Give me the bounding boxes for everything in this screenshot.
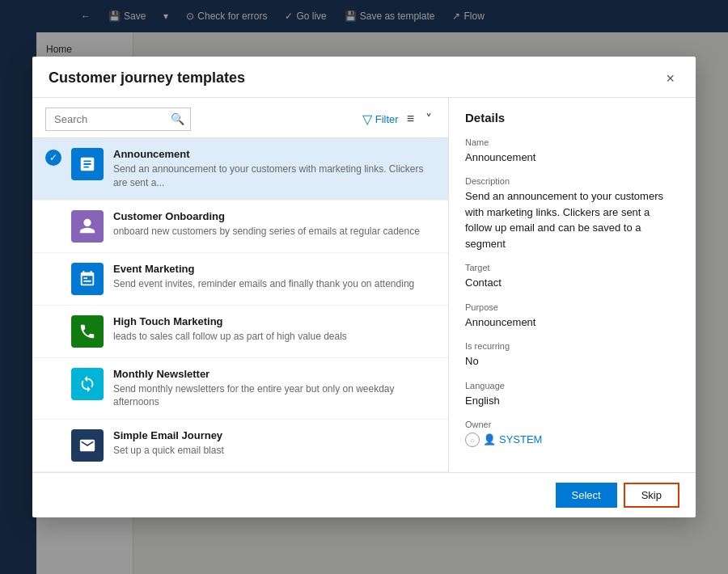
- search-input[interactable]: [45, 108, 191, 131]
- template-name-simple-email: Simple Email Journey: [113, 429, 435, 441]
- detail-value-target: Contact: [465, 275, 679, 291]
- detail-field-description: Description Send an announcement to your…: [465, 176, 679, 251]
- detail-label-target: Target: [465, 263, 679, 272]
- template-info-simple-email: Simple Email Journey Set up a quick emai…: [113, 429, 435, 458]
- modal-title: Customer journey templates: [49, 70, 245, 87]
- detail-field-owner: Owner ○ 👤 SYSTEM: [465, 420, 679, 448]
- template-item-newsletter[interactable]: Monthly Newsletter Send monthly newslett…: [32, 358, 448, 420]
- chevron-button[interactable]: ˅: [422, 110, 435, 129]
- detail-value-description: Send an announcement to your customers w…: [465, 188, 679, 251]
- detail-field-name: Name Announcement: [465, 137, 679, 166]
- template-desc-announcement: Send an announcement to your customers w…: [113, 162, 435, 190]
- owner-name: SYSTEM: [499, 432, 542, 448]
- filter-icon: ▽: [362, 112, 372, 127]
- template-desc-newsletter: Send monthly newsletters for the entire …: [113, 382, 435, 410]
- detail-label-language: Language: [465, 381, 679, 390]
- owner-person-icon: 👤: [483, 432, 496, 448]
- close-icon: ×: [666, 70, 675, 87]
- modal-footer: Select Skip: [32, 472, 696, 517]
- check-icon-announcement: ✓: [45, 150, 61, 166]
- template-icon-newsletter: [71, 368, 104, 400]
- detail-label-recurring: Is recurring: [465, 341, 679, 351]
- detail-field-language: Language English: [465, 381, 679, 409]
- modal-overlay: Customer journey templates × 🔍 ▽: [0, 0, 728, 574]
- template-item-announcement[interactable]: ✓ Announcement Send an announcement to y…: [32, 138, 448, 200]
- template-desc-event: Send event invites, reminder emails and …: [113, 277, 435, 291]
- template-item-event[interactable]: Event Marketing Send event invites, remi…: [32, 253, 448, 306]
- template-info-event: Event Marketing Send event invites, remi…: [113, 263, 435, 291]
- template-icon-event: [71, 263, 104, 295]
- template-name-announcement: Announcement: [113, 148, 435, 160]
- detail-value-name: Announcement: [465, 150, 679, 166]
- detail-label-purpose: Purpose: [465, 302, 679, 312]
- template-list: ✓ Announcement Send an announcement to y…: [32, 138, 448, 472]
- template-desc-hightouch: leads to sales call follow up as part of…: [113, 330, 435, 344]
- template-info-newsletter: Monthly Newsletter Send monthly newslett…: [113, 368, 435, 410]
- template-list-panel: 🔍 ▽ Filter ≡ ˅: [32, 98, 449, 472]
- detail-value-language: English: [465, 393, 679, 409]
- modal-close-button[interactable]: ×: [661, 70, 679, 87]
- template-name-event: Event Marketing: [113, 263, 435, 275]
- search-wrapper: 🔍: [45, 108, 191, 131]
- detail-value-recurring: No: [465, 353, 679, 369]
- template-icon-simple-email: [71, 429, 104, 462]
- chevron-down-icon: ˅: [425, 112, 432, 126]
- template-info-hightouch: High Touch Marketing leads to sales call…: [113, 315, 435, 344]
- modal-body: 🔍 ▽ Filter ≡ ˅: [32, 98, 696, 472]
- detail-field-target: Target Contact: [465, 263, 679, 291]
- detail-value-owner[interactable]: ○ 👤 SYSTEM: [465, 432, 679, 448]
- sort-button[interactable]: ≡: [404, 110, 417, 128]
- select-button[interactable]: Select: [556, 483, 617, 508]
- owner-circle-icon: ○: [465, 433, 480, 447]
- filter-label: Filter: [375, 113, 399, 125]
- detail-label-owner: Owner: [465, 420, 679, 429]
- detail-field-recurring: Is recurring No: [465, 341, 679, 369]
- filter-area: ▽ Filter ≡ ˅: [362, 110, 435, 129]
- sort-icon: ≡: [407, 112, 414, 125]
- template-info-announcement: Announcement Send an announcement to you…: [113, 148, 435, 190]
- template-item-onboarding[interactable]: Customer Onboarding onboard new customer…: [32, 200, 448, 253]
- detail-label-name: Name: [465, 137, 679, 147]
- template-name-newsletter: Monthly Newsletter: [113, 368, 435, 380]
- detail-value-purpose: Announcement: [465, 314, 679, 331]
- template-item-simple-email[interactable]: Simple Email Journey Set up a quick emai…: [32, 420, 448, 472]
- template-icon-onboarding: [71, 210, 104, 243]
- modal-header: Customer journey templates ×: [32, 57, 696, 98]
- detail-field-purpose: Purpose Announcement: [465, 302, 679, 331]
- details-section-title: Details: [465, 111, 679, 125]
- template-desc-onboarding: onboard new customers by sending series …: [113, 225, 435, 238]
- skip-button[interactable]: Skip: [624, 483, 679, 508]
- customer-journey-modal: Customer journey templates × 🔍 ▽: [32, 57, 696, 517]
- template-info-onboarding: Customer Onboarding onboard new customer…: [113, 210, 435, 238]
- template-icon-hightouch: [71, 315, 104, 348]
- template-name-hightouch: High Touch Marketing: [113, 315, 435, 327]
- filter-button[interactable]: ▽ Filter: [362, 112, 399, 127]
- template-icon-announcement: [71, 148, 104, 180]
- detail-label-description: Description: [465, 176, 679, 186]
- template-desc-simple-email: Set up a quick email blast: [113, 444, 435, 458]
- template-name-onboarding: Customer Onboarding: [113, 210, 435, 222]
- template-item-hightouch[interactable]: High Touch Marketing leads to sales call…: [32, 306, 448, 358]
- details-panel: Details Name Announcement Description Se…: [449, 98, 696, 472]
